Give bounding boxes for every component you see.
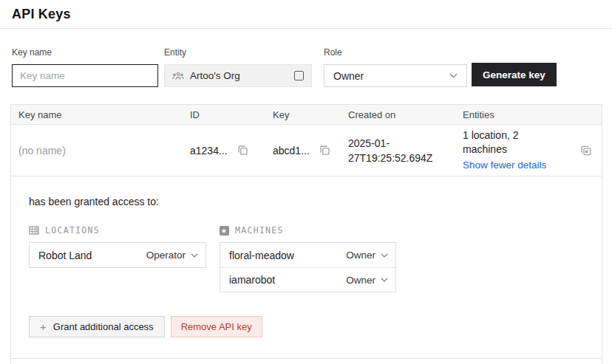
cell-id: a1234... xyxy=(183,145,265,157)
cell-actions xyxy=(580,145,602,157)
grant-additional-access-button[interactable]: + Grant additional access xyxy=(29,316,165,337)
copy-key-button[interactable] xyxy=(319,145,330,156)
entity-group: Entity Artoo's Org xyxy=(164,47,312,87)
key-id-value: a1234... xyxy=(190,145,228,157)
machine-access-row: floral-meadow Owner xyxy=(220,243,395,267)
key-name-input[interactable] xyxy=(12,64,158,87)
remove-api-key-button[interactable]: Remove API key xyxy=(171,316,262,337)
col-header-created-on: Created on xyxy=(341,109,455,120)
machine-role-value: Owner xyxy=(346,275,375,286)
cell-key-name: (no name) xyxy=(11,145,183,157)
key-name-label: Key name xyxy=(12,47,158,58)
grant-additional-access-label: Grant additional access xyxy=(53,321,154,332)
copy-icon xyxy=(237,145,248,156)
chevron-down-icon xyxy=(449,73,458,78)
header-divider xyxy=(0,28,612,29)
machines-label: MACHINES xyxy=(235,225,284,236)
entity-switch-icon[interactable] xyxy=(294,71,304,80)
plus-icon: + xyxy=(40,321,47,332)
location-role-select[interactable]: Operator xyxy=(146,250,198,261)
role-label: Role xyxy=(324,47,467,58)
api-keys-table: Key name ID Key Created on Entities (no … xyxy=(10,104,602,364)
machine-role-value: Owner xyxy=(346,250,375,261)
machine-role-select[interactable]: Owner xyxy=(346,250,388,261)
key-value: abcd1... xyxy=(273,145,310,157)
role-value: Owner xyxy=(333,70,364,82)
location-name: Robot Land xyxy=(38,250,92,261)
entity-selector[interactable]: Artoo's Org xyxy=(164,64,312,87)
machines-list: floral-meadow Owner iamarobot Owner xyxy=(220,242,396,292)
col-header-entities: Entities xyxy=(455,109,572,120)
cell-entities: 1 location, 2 machines Show fewer detail… xyxy=(455,128,572,172)
entity-value: Artoo's Org xyxy=(190,70,240,81)
locations-list: Robot Land Operator xyxy=(29,242,206,268)
page-title: API Keys xyxy=(12,7,71,22)
chevron-down-icon xyxy=(381,278,388,282)
show-fewer-details-link[interactable]: Show fewer details xyxy=(463,158,546,172)
location-role-value: Operator xyxy=(146,250,186,261)
duplicate-icon xyxy=(580,145,592,157)
locations-section: LOCATIONS Robot Land Operator xyxy=(29,225,206,292)
role-select[interactable]: Owner xyxy=(324,64,467,87)
machine-role-select[interactable]: Owner xyxy=(346,275,388,286)
locations-label: LOCATIONS xyxy=(45,225,100,236)
key-name-group: Key name xyxy=(12,47,158,87)
chevron-down-icon xyxy=(381,253,388,258)
organization-icon xyxy=(172,72,184,80)
machine-name: floral-meadow xyxy=(229,250,294,261)
location-access-row: Robot Land Operator xyxy=(30,243,205,267)
machine-icon: * xyxy=(220,226,229,236)
col-header-key-name: Key name xyxy=(11,109,183,120)
generate-key-button[interactable]: Generate key xyxy=(472,63,557,86)
machine-access-row: iamarobot Owner xyxy=(220,267,395,292)
entity-label: Entity xyxy=(164,47,312,58)
machines-section: * MACHINES floral-meadow Owner xyxy=(220,225,396,292)
col-header-key: Key xyxy=(265,109,341,120)
cell-key: abcd1... xyxy=(265,145,341,157)
machine-name: iamarobot xyxy=(229,274,275,286)
role-group: Role Owner xyxy=(324,47,467,87)
chevron-down-icon xyxy=(191,253,198,258)
cell-created-on: 2025-01-27T19:25:52.694Z xyxy=(341,136,455,165)
entities-summary: 1 location, 2 machines xyxy=(463,129,519,155)
granted-access-text: has been granted access to: xyxy=(29,196,584,207)
key-details-panel: has been granted access to: LOCATIONS Ro… xyxy=(11,176,602,359)
locations-header: LOCATIONS xyxy=(29,225,206,236)
table-header-row: Key name ID Key Created on Entities xyxy=(11,105,602,125)
copy-icon xyxy=(319,145,330,156)
col-header-id: ID xyxy=(183,109,265,120)
table-row: (no name) a1234... abcd1... xyxy=(11,125,602,176)
duplicate-key-button[interactable] xyxy=(580,145,592,157)
location-icon xyxy=(29,226,39,235)
copy-id-button[interactable] xyxy=(237,145,248,156)
machines-header: * MACHINES xyxy=(220,225,396,236)
